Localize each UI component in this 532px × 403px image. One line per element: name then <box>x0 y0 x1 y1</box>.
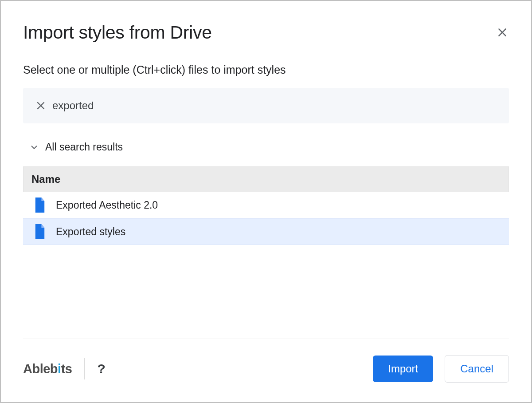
document-icon <box>34 224 46 239</box>
dialog-footer: Ablebits ? Import Cancel <box>23 339 509 383</box>
dialog-header: Import styles from Drive <box>23 22 509 43</box>
import-button[interactable]: Import <box>373 356 433 382</box>
search-input[interactable] <box>52 99 499 112</box>
results-header-label: All search results <box>45 141 123 153</box>
dialog-title: Import styles from Drive <box>23 22 212 43</box>
brand-separator <box>84 358 85 379</box>
file-name: Exported styles <box>56 226 125 238</box>
import-styles-dialog: Import styles from Drive Select one or m… <box>1 1 531 402</box>
clear-icon <box>35 100 46 111</box>
results-toggle[interactable]: All search results <box>23 141 509 153</box>
file-name: Exported Aesthetic 2.0 <box>56 199 158 211</box>
search-box <box>23 88 509 123</box>
help-button[interactable]: ? <box>97 361 105 376</box>
document-icon <box>34 198 46 213</box>
column-header-name[interactable]: Name <box>23 166 509 192</box>
dialog-subtitle: Select one or multiple (Ctrl+click) file… <box>23 63 509 76</box>
close-icon <box>497 27 508 38</box>
file-row[interactable]: Exported styles <box>23 218 509 245</box>
clear-search-button[interactable] <box>33 98 49 114</box>
file-table: Name Exported Aesthetic 2.0 Exported sty… <box>23 166 509 245</box>
close-button[interactable] <box>494 24 511 41</box>
cancel-button[interactable]: Cancel <box>445 355 509 383</box>
chevron-down-icon <box>29 142 39 152</box>
footer-divider <box>23 339 509 339</box>
file-row[interactable]: Exported Aesthetic 2.0 <box>23 192 509 218</box>
brand-logo: Ablebits <box>23 362 72 376</box>
